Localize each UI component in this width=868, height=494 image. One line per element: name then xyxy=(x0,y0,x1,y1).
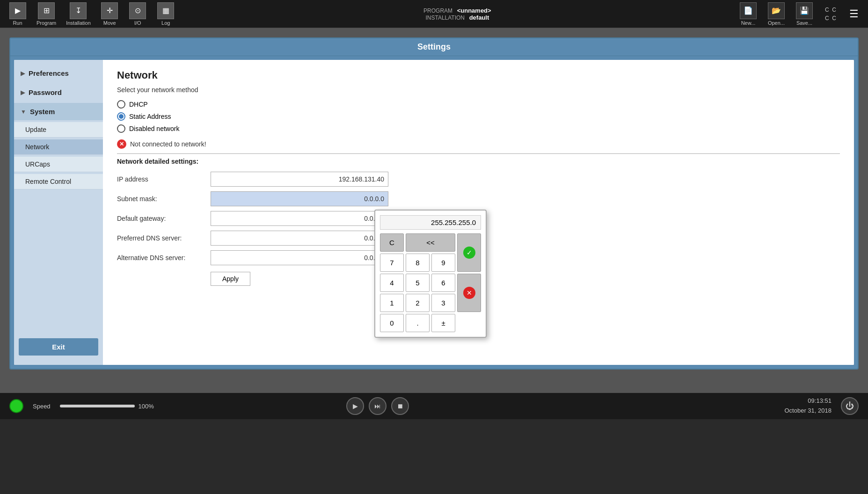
nav-log-label: Log xyxy=(161,20,170,26)
settings-body: ▶ Preferences ▶ Password ▼ System Update… xyxy=(14,60,854,365)
new-label: New... xyxy=(741,20,756,26)
radio-static[interactable]: Static Address xyxy=(117,112,840,121)
nav-bar: ▶ Run ⊞ Program ↧ Installation ✛ Move ⊙ … xyxy=(5,0,179,28)
disabled-label: Disabled network xyxy=(129,125,179,132)
numpad-0[interactable]: 0 xyxy=(380,314,404,332)
nav-run[interactable]: ▶ Run xyxy=(5,0,30,28)
nav-io[interactable]: ⊙ I/O xyxy=(125,0,151,28)
topbar: ▶ Run ⊞ Program ↧ Installation ✛ Move ⊙ … xyxy=(0,0,868,28)
speed-bar xyxy=(60,405,135,407)
sidebar-subitem-urcaps[interactable]: URCaps xyxy=(14,157,103,172)
sidebar-item-system[interactable]: ▼ System xyxy=(14,103,103,120)
time-text: 09:13:51 xyxy=(785,396,832,406)
open-icon: 📂 xyxy=(768,2,785,19)
gateway-input[interactable] xyxy=(211,211,388,226)
run-icon: ▶ xyxy=(9,2,26,19)
new-button[interactable]: 📄 New... xyxy=(736,0,760,28)
arrow-icon-2: ▶ xyxy=(21,89,25,96)
stop-button[interactable]: ⏹ xyxy=(391,397,409,415)
numpad-3[interactable]: 3 xyxy=(431,294,455,312)
numpad-6[interactable]: 6 xyxy=(431,274,455,292)
radio-dhcp-circle xyxy=(117,100,125,109)
static-label: Static Address xyxy=(129,113,171,120)
play-button[interactable]: ▶ xyxy=(346,397,364,415)
sidebar-item-password[interactable]: ▶ Password xyxy=(14,84,103,101)
installation-label: INSTALLATION xyxy=(425,15,465,21)
speed-bar-container: 100% xyxy=(60,403,154,410)
divider xyxy=(117,153,840,154)
speed-bar-fill xyxy=(60,405,135,407)
nav-program[interactable]: ⊞ Program xyxy=(33,0,60,28)
date-text: October 31, 2018 xyxy=(785,406,832,416)
program-info: PROGRAM <unnamed> xyxy=(423,7,491,14)
save-button[interactable]: 💾 Save... xyxy=(792,0,817,28)
radio-dhcp[interactable]: DHCP xyxy=(117,100,840,109)
exit-button[interactable]: Exit xyxy=(19,338,98,356)
step-button[interactable]: ⏭ xyxy=(369,397,387,415)
dns-alt-input[interactable] xyxy=(211,250,388,265)
sidebar-subitem-remote-control[interactable]: Remote Control xyxy=(14,174,103,189)
settings-window: Settings ▶ Preferences ▶ Password ▼ Syst… xyxy=(9,37,859,370)
nav-log[interactable]: ▦ Log xyxy=(153,0,179,28)
bottombar: Speed 100% ▶ ⏭ ⏹ 09:13:51 October 31, 20… xyxy=(0,393,868,419)
time-display: 09:13:51 October 31, 2018 xyxy=(785,396,832,416)
numpad-4[interactable]: 4 xyxy=(380,274,404,292)
nav-move[interactable]: ✛ Move xyxy=(97,0,123,28)
io-icon: ⊙ xyxy=(129,2,146,19)
arrow-icon-3: ▼ xyxy=(21,109,26,115)
program-icon: ⊞ xyxy=(38,2,55,19)
menu-button[interactable]: ☰ xyxy=(845,8,863,20)
open-button[interactable]: 📂 Open... xyxy=(764,0,788,28)
program-name: <unnamed> xyxy=(457,7,491,14)
update-label: Update xyxy=(25,126,46,133)
dns-preferred-input[interactable] xyxy=(211,231,388,246)
numpad-plusminus[interactable]: ± xyxy=(431,314,455,332)
installation-icon: ↧ xyxy=(70,2,87,19)
numpad-1[interactable]: 1 xyxy=(380,294,404,312)
subnet-input[interactable] xyxy=(211,191,388,206)
numpad-5[interactable]: 5 xyxy=(406,274,430,292)
network-label: Network xyxy=(25,143,49,151)
nav-installation[interactable]: ↧ Installation xyxy=(62,0,95,28)
error-message: ✕ Not connected to network! xyxy=(117,139,840,149)
nav-program-label: Program xyxy=(36,20,56,26)
numpad-9[interactable]: 9 xyxy=(431,254,455,272)
network-title: Network xyxy=(117,69,840,81)
open-label: Open... xyxy=(768,20,785,26)
numpad-display[interactable] xyxy=(380,215,481,230)
numpad-8[interactable]: 8 xyxy=(406,254,430,272)
numpad-2[interactable]: 2 xyxy=(406,294,430,312)
numpad-7[interactable]: 7 xyxy=(380,254,404,272)
numpad-cancel[interactable]: ✕ xyxy=(457,274,481,312)
sidebar-subitem-network[interactable]: Network xyxy=(14,139,103,155)
dns-alt-label: Alternative DNS server: xyxy=(117,254,211,262)
error-icon: ✕ xyxy=(117,139,126,149)
topbar-corners: C CC C xyxy=(825,6,836,22)
save-label: Save... xyxy=(796,20,812,26)
move-icon: ✛ xyxy=(101,2,118,19)
installation-info: INSTALLATION default xyxy=(425,14,489,21)
installation-name: default xyxy=(469,14,489,21)
numpad-dot[interactable]: . xyxy=(406,314,430,332)
sidebar-item-preferences[interactable]: ▶ Preferences xyxy=(14,65,103,82)
subnet-row: Subnet mask: xyxy=(117,191,840,206)
nav-installation-label: Installation xyxy=(66,20,91,26)
settings-title: Settings xyxy=(10,38,858,56)
error-text: Not connected to network! xyxy=(130,140,206,148)
numpad-popup: C << ✓ 7 8 9 4 5 6 ✕ 1 xyxy=(374,210,487,338)
ip-address-row: IP address xyxy=(117,172,840,187)
arrow-icon: ▶ xyxy=(21,70,25,77)
radio-static-circle xyxy=(117,112,125,121)
apply-button[interactable]: Apply xyxy=(211,272,250,286)
power-button[interactable]: ⏻ xyxy=(841,397,859,415)
numpad-clear[interactable]: C xyxy=(380,233,404,252)
password-label: Password xyxy=(29,88,62,96)
topbar-center: PROGRAM <unnamed> INSTALLATION default xyxy=(179,7,736,21)
sidebar: ▶ Preferences ▶ Password ▼ System Update… xyxy=(14,60,103,365)
ip-address-input[interactable] xyxy=(211,172,388,187)
numpad-backspace[interactable]: << xyxy=(406,233,455,252)
radio-disabled[interactable]: Disabled network xyxy=(117,124,840,133)
dns-preferred-label: Preferred DNS server: xyxy=(117,234,211,242)
numpad-confirm[interactable]: ✓ xyxy=(457,233,481,272)
sidebar-subitem-update[interactable]: Update xyxy=(14,122,103,138)
